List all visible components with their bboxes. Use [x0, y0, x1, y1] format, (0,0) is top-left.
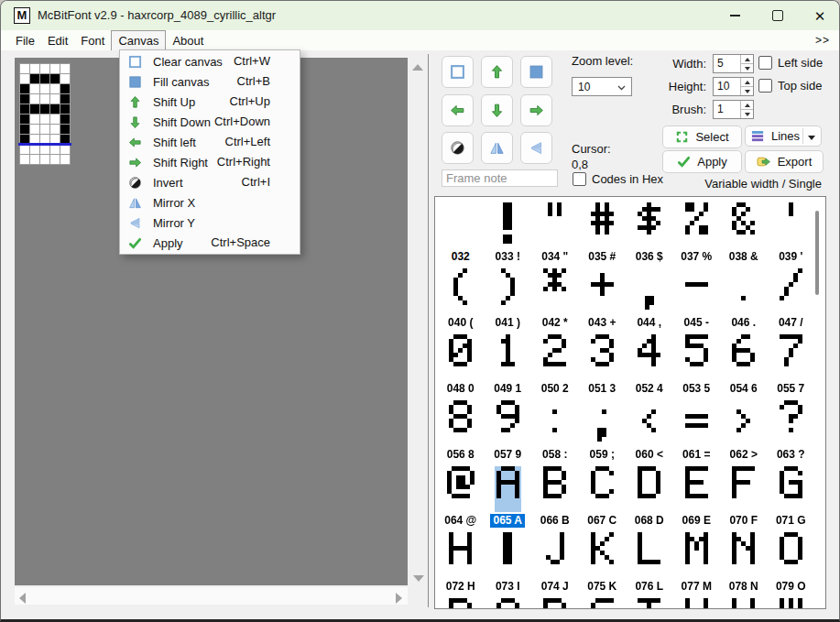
charmap-cell-59[interactable]: 059 ; [590, 400, 615, 466]
spin-down-icon[interactable] [741, 109, 753, 118]
charmap-cell-39[interactable]: 039 ' [779, 202, 802, 268]
canvas-scroll-down-icon[interactable] [413, 575, 424, 582]
top-side-checkbox[interactable]: Top side [758, 79, 822, 93]
close-button[interactable]: ✕ [799, 1, 840, 30]
pixel-cell[interactable] [30, 74, 39, 83]
pixel-cell[interactable] [40, 84, 49, 93]
charmap-cell-34[interactable]: 034 " [541, 202, 568, 268]
charmap-cell-73[interactable]: 073 I [496, 532, 520, 598]
charmap-cell-72[interactable]: 072 H [446, 532, 475, 598]
menu-overflow-button[interactable]: >> [815, 34, 830, 47]
charmap-cell-42[interactable]: 042 * [542, 268, 568, 334]
charmap-cell-83[interactable]: 083 S [588, 598, 616, 609]
pixel-cell[interactable] [50, 84, 60, 93]
charmap-cell-54[interactable]: 054 6 [730, 334, 758, 400]
menu-item-mirror-y[interactable]: Mirror Y [120, 213, 300, 233]
charmap-cell-52[interactable]: 052 4 [636, 334, 663, 400]
pixel-cell[interactable] [20, 74, 29, 83]
pixel-cell[interactable] [30, 84, 39, 93]
charmap-cell-79[interactable]: 079 O [776, 532, 806, 598]
charmap-cell-61[interactable]: 061 = [682, 400, 710, 466]
charmap-cell-86[interactable]: 086 V [729, 598, 758, 609]
charmap-cell-75[interactable]: 075 K [587, 532, 616, 598]
charmap-cell-66[interactable]: 066 B [540, 466, 570, 532]
charmap-cell-71[interactable]: 071 G [776, 466, 806, 532]
charmap-cell-76[interactable]: 076 L [635, 532, 663, 598]
pixel-cell[interactable] [30, 155, 39, 164]
clear-canvas-button[interactable] [442, 56, 474, 88]
pixel-editor-grid[interactable] [19, 63, 71, 165]
pixel-cell[interactable] [60, 104, 70, 114]
pixel-cell[interactable] [30, 145, 39, 154]
pixel-cell[interactable] [50, 64, 60, 73]
spin-up-icon[interactable] [741, 55, 753, 63]
pixel-cell[interactable] [60, 74, 70, 83]
spin-down-icon[interactable] [741, 86, 753, 95]
charmap-cell-57[interactable]: 057 9 [494, 400, 521, 466]
menu-item-shift-down[interactable]: Shift DownCtrl+Down [120, 112, 300, 132]
charmap-cell-80[interactable]: 080 P [446, 598, 475, 609]
charmap-cell-43[interactable]: 043 + [588, 268, 616, 334]
canvas-scroll-right-icon[interactable] [396, 593, 402, 604]
charmap-scrollbar-thumb[interactable] [815, 211, 819, 295]
canvas-scroll-up-icon[interactable] [412, 64, 423, 71]
pixel-cell[interactable] [60, 94, 70, 104]
arrow-right-button[interactable] [520, 94, 552, 126]
left-side-checkbox[interactable]: Left side [758, 56, 823, 70]
pixel-cell[interactable] [40, 74, 49, 83]
charmap-cell-45[interactable]: 045 - [684, 268, 709, 334]
mirror-y-button[interactable] [520, 132, 552, 164]
canvas-hscrollbar-track[interactable] [15, 587, 408, 605]
charmap-cell-55[interactable]: 055 7 [777, 334, 804, 400]
charmap-cell-64[interactable]: 064 @ [444, 466, 476, 532]
charmap-cell-56[interactable]: 056 8 [447, 400, 475, 466]
lines-button[interactable]: Lines [745, 125, 822, 147]
charmap-cell-63[interactable]: 063 ? [777, 400, 805, 466]
menu-item-apply[interactable]: ApplyCtrl+Space [120, 233, 300, 253]
menu-item-clear-canvas[interactable]: Clear canvasCtrl+W [120, 51, 300, 71]
pixel-cell[interactable] [60, 84, 70, 93]
charmap-cell-78[interactable]: 078 N [729, 532, 758, 598]
pixel-cell[interactable] [50, 94, 60, 104]
pixel-cell[interactable] [50, 145, 60, 154]
charmap-cell-47[interactable]: 047 / [779, 268, 803, 334]
pixel-cell[interactable] [30, 64, 39, 73]
charmap-cell-48[interactable]: 048 0 [447, 334, 475, 400]
charmap-cell-58[interactable]: 058 : [542, 400, 567, 466]
pixel-cell[interactable] [20, 104, 29, 114]
charmap-cell-62[interactable]: 062 > [730, 400, 758, 466]
pixel-cell[interactable] [20, 125, 29, 134]
pixel-cell[interactable] [60, 64, 70, 73]
spin-up-icon[interactable] [741, 101, 753, 109]
select-button[interactable]: Select [662, 125, 742, 148]
pixel-cell[interactable] [50, 155, 60, 164]
charmap-cell-82[interactable]: 082 R [540, 598, 570, 609]
pixel-cell[interactable] [30, 125, 39, 134]
charmap-cell-50[interactable]: 050 2 [541, 334, 569, 400]
charmap-cell-49[interactable]: 049 1 [494, 334, 521, 400]
menu-file[interactable]: File [9, 30, 41, 50]
menu-item-fill-canvas[interactable]: Fill canvasCtrl+B [120, 71, 300, 92]
menu-item-shift-left[interactable]: Shift leftCtrl+Left [120, 132, 300, 152]
pixel-cell[interactable] [40, 145, 49, 154]
frame-note-input[interactable] [442, 169, 558, 187]
charmap-cell-69[interactable]: 069 E [682, 466, 711, 532]
pixel-cell[interactable] [30, 115, 39, 124]
charmap-cell-41[interactable]: 041 ) [496, 268, 520, 334]
brush-stepper[interactable]: 1 [713, 100, 754, 119]
pixel-cell[interactable] [50, 74, 60, 83]
menu-item-shift-right[interactable]: Shift RightCtrl+Right [120, 152, 300, 172]
apply-button[interactable]: Apply [662, 150, 742, 173]
pixel-cell[interactable] [20, 84, 29, 93]
arrow-down-button[interactable] [481, 94, 513, 126]
zoom-level-select[interactable]: 10 [572, 77, 632, 96]
charmap-cell-87[interactable]: 087 W [775, 598, 807, 609]
charmap-cell-81[interactable]: 081 Q [493, 598, 523, 609]
charmap-cell-68[interactable]: 068 D [635, 466, 664, 532]
pixel-cell[interactable] [60, 115, 70, 124]
charmap-cell-46[interactable]: 046 . [731, 268, 756, 334]
pixel-cell[interactable] [30, 94, 39, 104]
charmap-cell-60[interactable]: 060 < [636, 400, 663, 466]
pixel-cell[interactable] [40, 155, 49, 164]
charmap-cell-74[interactable]: 074 J [541, 532, 569, 598]
